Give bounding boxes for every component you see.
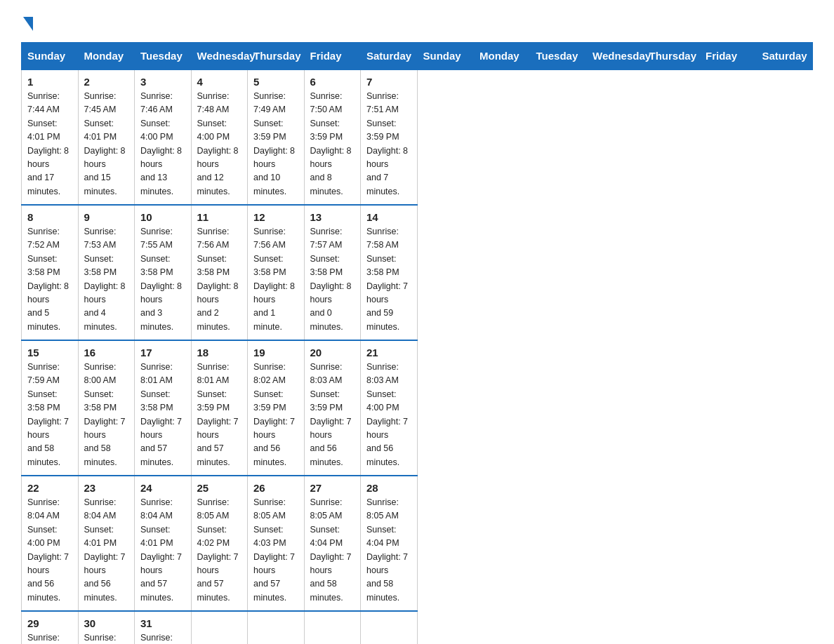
column-header-friday: Friday	[304, 43, 361, 70]
day-number: 2	[84, 76, 129, 88]
calendar-cell: 24Sunrise: 8:04 AMSunset: 4:01 PMDayligh…	[135, 476, 192, 611]
calendar-cell	[248, 611, 305, 644]
calendar-cell: 21Sunrise: 8:03 AMSunset: 4:00 PMDayligh…	[361, 340, 418, 476]
calendar-cell: 9Sunrise: 7:53 AMSunset: 3:58 PMDaylight…	[78, 205, 135, 340]
day-number: 17	[140, 347, 185, 358]
column-header-monday: Monday	[474, 43, 531, 70]
day-info: Sunrise: 8:00 AMSunset: 3:58 PMDaylight:…	[84, 362, 126, 467]
day-info: Sunrise: 7:56 AMSunset: 3:58 PMDaylight:…	[197, 227, 239, 332]
day-info: Sunrise: 7:52 AMSunset: 3:58 PMDaylight:…	[27, 227, 69, 332]
day-number: 3	[140, 76, 185, 88]
day-info: Sunrise: 8:05 AMSunset: 4:04 PMDaylight:…	[310, 497, 352, 603]
day-info: Sunrise: 8:03 AMSunset: 4:00 PMDaylight:…	[366, 362, 408, 467]
day-info: Sunrise: 7:49 AMSunset: 3:59 PMDaylight:…	[253, 91, 295, 196]
column-header-thursday: Thursday	[248, 43, 305, 70]
day-number: 9	[84, 211, 129, 223]
day-info: Sunrise: 7:59 AMSunset: 3:58 PMDaylight:…	[27, 362, 69, 467]
day-info: Sunrise: 7:44 AMSunset: 4:01 PMDaylight:…	[27, 91, 69, 196]
calendar-cell: 25Sunrise: 8:05 AMSunset: 4:02 PMDayligh…	[191, 476, 248, 611]
day-number: 18	[197, 347, 242, 358]
column-header-sunday: Sunday	[417, 43, 474, 70]
calendar-header-row: SundayMondayTuesdayWednesdayThursdayFrid…	[22, 43, 813, 70]
calendar-cell	[361, 611, 418, 644]
calendar-week-row: 8Sunrise: 7:52 AMSunset: 3:58 PMDaylight…	[22, 205, 813, 340]
calendar-cell: 11Sunrise: 7:56 AMSunset: 3:58 PMDayligh…	[191, 205, 248, 340]
calendar-cell: 15Sunrise: 7:59 AMSunset: 3:58 PMDayligh…	[22, 340, 79, 476]
calendar-cell: 14Sunrise: 7:58 AMSunset: 3:58 PMDayligh…	[361, 205, 418, 340]
day-info: Sunrise: 8:01 AMSunset: 3:59 PMDaylight:…	[197, 362, 239, 467]
day-number: 5	[253, 76, 298, 88]
column-header-friday: Friday	[700, 43, 757, 70]
calendar-cell: 10Sunrise: 7:55 AMSunset: 3:58 PMDayligh…	[135, 205, 192, 340]
column-header-wednesday: Wednesday	[587, 43, 644, 70]
day-info: Sunrise: 8:02 AMSunset: 3:59 PMDaylight:…	[253, 362, 295, 467]
logo	[21, 14, 33, 29]
day-info: Sunrise: 7:57 AMSunset: 3:58 PMDaylight:…	[310, 227, 352, 332]
column-header-saturday: Saturday	[361, 43, 418, 70]
day-info: Sunrise: 8:04 AMSunset: 4:00 PMDaylight:…	[27, 497, 69, 603]
calendar-cell	[304, 611, 361, 644]
column-header-tuesday: Tuesday	[135, 43, 192, 70]
day-number: 24	[140, 482, 185, 494]
day-info: Sunrise: 8:01 AMSunset: 3:58 PMDaylight:…	[140, 362, 182, 467]
day-number: 15	[27, 347, 72, 358]
day-number: 7	[366, 76, 411, 88]
day-info: Sunrise: 8:06 AMSunset: 4:06 PMDaylight:…	[84, 633, 126, 644]
calendar-cell: 28Sunrise: 8:05 AMSunset: 4:04 PMDayligh…	[361, 476, 418, 611]
day-number: 30	[84, 617, 129, 629]
calendar-cell: 18Sunrise: 8:01 AMSunset: 3:59 PMDayligh…	[191, 340, 248, 476]
day-number: 20	[310, 347, 355, 358]
calendar-cell: 31Sunrise: 8:06 AMSunset: 4:07 PMDayligh…	[135, 611, 192, 644]
calendar-cell: 16Sunrise: 8:00 AMSunset: 3:58 PMDayligh…	[78, 340, 135, 476]
calendar-cell: 6Sunrise: 7:50 AMSunset: 3:59 PMDaylight…	[304, 69, 361, 205]
calendar-cell: 17Sunrise: 8:01 AMSunset: 3:58 PMDayligh…	[135, 340, 192, 476]
calendar-cell: 13Sunrise: 7:57 AMSunset: 3:58 PMDayligh…	[304, 205, 361, 340]
calendar-cell: 30Sunrise: 8:06 AMSunset: 4:06 PMDayligh…	[78, 611, 135, 644]
day-number: 28	[366, 482, 411, 494]
column-header-tuesday: Tuesday	[530, 43, 587, 70]
calendar-week-row: 22Sunrise: 8:04 AMSunset: 4:00 PMDayligh…	[22, 476, 813, 611]
day-number: 10	[140, 211, 185, 223]
calendar-week-row: 1Sunrise: 7:44 AMSunset: 4:01 PMDaylight…	[22, 69, 813, 205]
day-number: 23	[84, 482, 129, 494]
day-number: 1	[27, 76, 72, 88]
day-info: Sunrise: 7:55 AMSunset: 3:58 PMDaylight:…	[140, 227, 182, 332]
day-number: 25	[197, 482, 242, 494]
calendar-cell: 5Sunrise: 7:49 AMSunset: 3:59 PMDaylight…	[248, 69, 305, 205]
calendar-cell: 27Sunrise: 8:05 AMSunset: 4:04 PMDayligh…	[304, 476, 361, 611]
column-header-sunday: Sunday	[22, 43, 79, 70]
calendar-cell: 29Sunrise: 8:06 AMSunset: 4:05 PMDayligh…	[22, 611, 79, 644]
day-number: 27	[310, 482, 355, 494]
day-info: Sunrise: 7:51 AMSunset: 3:59 PMDaylight:…	[366, 91, 408, 196]
day-number: 16	[84, 347, 129, 358]
calendar-cell: 1Sunrise: 7:44 AMSunset: 4:01 PMDaylight…	[22, 69, 79, 205]
day-info: Sunrise: 8:06 AMSunset: 4:07 PMDaylight:…	[140, 633, 182, 644]
day-number: 8	[27, 211, 72, 223]
column-header-monday: Monday	[78, 43, 135, 70]
calendar-cell: 19Sunrise: 8:02 AMSunset: 3:59 PMDayligh…	[248, 340, 305, 476]
calendar-cell: 3Sunrise: 7:46 AMSunset: 4:00 PMDaylight…	[135, 69, 192, 205]
calendar-cell: 20Sunrise: 8:03 AMSunset: 3:59 PMDayligh…	[304, 340, 361, 476]
column-header-wednesday: Wednesday	[191, 43, 248, 70]
day-info: Sunrise: 8:06 AMSunset: 4:05 PMDaylight:…	[27, 633, 69, 644]
page-header	[21, 14, 813, 29]
calendar-cell	[191, 611, 248, 644]
day-number: 22	[27, 482, 72, 494]
day-number: 6	[310, 76, 355, 88]
day-number: 4	[197, 76, 242, 88]
day-info: Sunrise: 7:50 AMSunset: 3:59 PMDaylight:…	[310, 91, 352, 196]
day-info: Sunrise: 8:05 AMSunset: 4:02 PMDaylight:…	[197, 497, 239, 603]
calendar-cell: 8Sunrise: 7:52 AMSunset: 3:58 PMDaylight…	[22, 205, 79, 340]
calendar-cell: 4Sunrise: 7:48 AMSunset: 4:00 PMDaylight…	[191, 69, 248, 205]
day-info: Sunrise: 7:48 AMSunset: 4:00 PMDaylight:…	[197, 91, 239, 196]
day-info: Sunrise: 7:46 AMSunset: 4:00 PMDaylight:…	[140, 91, 182, 196]
day-info: Sunrise: 8:04 AMSunset: 4:01 PMDaylight:…	[84, 497, 126, 603]
day-number: 14	[366, 211, 411, 223]
day-info: Sunrise: 7:56 AMSunset: 3:58 PMDaylight:…	[253, 227, 295, 332]
calendar-cell: 23Sunrise: 8:04 AMSunset: 4:01 PMDayligh…	[78, 476, 135, 611]
column-header-thursday: Thursday	[643, 43, 700, 70]
day-number: 19	[253, 347, 298, 358]
column-header-saturday: Saturday	[756, 43, 813, 70]
day-number: 13	[310, 211, 355, 223]
logo-triangle-icon	[23, 17, 33, 31]
